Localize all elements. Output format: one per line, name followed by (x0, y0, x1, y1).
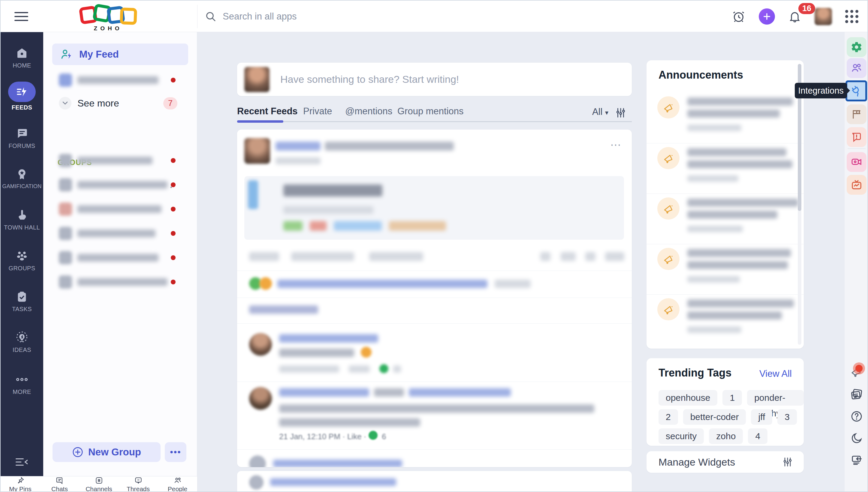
sidebar-item-ideas[interactable]: IDEAS (1, 330, 43, 353)
top-bar: ZOHO 16 (1, 1, 867, 32)
news-cards-icon (850, 388, 863, 401)
feeds-panel: My Feed See more 7 GROUPS . New Group ••… (43, 32, 197, 476)
tag-pill[interactable]: better-coder (683, 409, 746, 425)
notification-count-badge: 16 (797, 2, 816, 15)
tag-pill[interactable]: openhouse (658, 390, 717, 405)
group-item-blurred[interactable] (52, 224, 188, 243)
sidebar-item-gamification[interactable]: GAMIFICATION (1, 167, 43, 190)
tag-pill[interactable]: 4 (748, 428, 768, 444)
feed-filter-sliders-icon[interactable] (615, 107, 626, 119)
megaphone-icon (657, 197, 679, 220)
announcement-item-blurred[interactable] (647, 194, 804, 244)
primary-sidebar: HOME FEEDS FORUMS GAMIFICATION TOWN HALL (1, 32, 43, 476)
sidebar-item-more[interactable]: MORE (1, 373, 43, 395)
tab-recent-feeds[interactable]: Recent Feeds (237, 106, 298, 117)
sidebar-item-groups[interactable]: GROUPS (1, 249, 43, 272)
rail-broadcast-button[interactable] (847, 175, 867, 195)
feed-scope-dropdown[interactable]: All ▾ (592, 106, 608, 117)
dock-item-chats[interactable]: Chats (40, 476, 79, 492)
announcement-item-blurred[interactable] (647, 143, 804, 194)
zoho-logo: ZOHO (78, 4, 138, 32)
my-feed-item[interactable]: My Feed (52, 44, 188, 65)
search-input[interactable] (222, 11, 432, 22)
rail-help-button[interactable] (847, 407, 867, 426)
sidebar-item-townhall[interactable]: TOWN HALL (1, 208, 43, 231)
tag-pill[interactable]: 3 (777, 409, 797, 425)
unread-dot (171, 207, 175, 212)
caret-down-icon: ▾ (605, 109, 608, 116)
new-group-button[interactable]: New Group (52, 442, 161, 462)
tag-pill[interactable]: jff (751, 409, 772, 425)
tab-group-mentions[interactable]: Group mentions (397, 106, 464, 117)
tag-pill[interactable]: 1 (722, 390, 742, 405)
announcements-scrollbar (798, 64, 801, 345)
tag-pill[interactable]: zoho (709, 428, 743, 444)
rail-flag-button[interactable] (847, 104, 867, 124)
rail-dark-mode-button[interactable] (847, 428, 867, 448)
manage-widgets-button[interactable]: Manage Widgets (647, 451, 804, 473)
logout-icon (850, 453, 863, 466)
users-icon (850, 62, 863, 74)
chevron-down-icon (59, 97, 71, 109)
tab-mentions[interactable]: @mentions (345, 106, 392, 117)
announcement-item-blurred[interactable] (647, 294, 804, 345)
group-item-blurred[interactable] (52, 272, 188, 292)
tab-private[interactable]: Private (303, 106, 332, 117)
tab-track (237, 121, 632, 122)
announcements-title: Announcements (658, 69, 743, 81)
rail-news-button[interactable] (847, 385, 867, 404)
alarm-clock-icon[interactable] (732, 9, 746, 23)
tag-pill[interactable]: security (658, 428, 704, 444)
dock-item-channels[interactable]: Channels (79, 476, 119, 492)
tag-pill[interactable]: ponder-worthy (747, 390, 804, 405)
unread-dot (171, 231, 175, 236)
comment-meta[interactable]: 21 Jan, 12:10 PM · Like · (279, 432, 366, 441)
rail-people-button[interactable] (847, 58, 867, 78)
hamburger-menu-icon[interactable] (15, 12, 28, 23)
announcement-item-blurred[interactable] (647, 93, 804, 143)
group-item-blurred[interactable] (52, 151, 188, 170)
rail-whats-new-button[interactable] (847, 362, 867, 381)
notifications-bell-icon[interactable]: 16 (788, 9, 801, 23)
collapse-sidebar-icon[interactable] (15, 458, 29, 467)
sidebar-item-forums[interactable]: FORUMS (1, 127, 43, 149)
tag-pill[interactable]: 2 (658, 409, 678, 425)
rail-logout-button[interactable] (847, 450, 867, 469)
user-avatar[interactable] (815, 8, 832, 25)
trending-tags-widget: Trending Tags View All openhouse 1 ponde… (647, 358, 804, 446)
rail-meeting-button[interactable] (847, 152, 867, 172)
post-author-avatar (244, 138, 270, 164)
apps-rail (845, 32, 868, 492)
feed-shortcut-item-blurred[interactable] (52, 71, 188, 90)
group-item-blurred[interactable] (52, 199, 188, 219)
view-more-comments-link-blurred[interactable] (249, 305, 318, 314)
groups-icon (1, 249, 43, 263)
integrations-tooltip: Integrations (795, 83, 847, 98)
group-item-blurred[interactable] (52, 248, 188, 267)
post-attachment-preview[interactable] (244, 176, 624, 240)
tasks-icon (1, 290, 43, 303)
post-menu-icon[interactable]: ⋯ (610, 139, 621, 151)
rail-settings-button[interactable] (847, 37, 867, 57)
apps-grid-icon[interactable] (845, 10, 859, 23)
like-reaction-icon (368, 431, 378, 440)
composer-placeholder: Have something to share? Start writing! (280, 74, 459, 85)
create-plus-button[interactable] (759, 8, 775, 25)
see-more-item[interactable]: See more 7 (52, 94, 188, 113)
sidebar-item-tasks[interactable]: TASKS (1, 290, 43, 313)
dock-item-my-pins[interactable]: My Pins (1, 476, 40, 492)
dock-item-people[interactable]: People (158, 476, 197, 492)
announcement-item-blurred[interactable] (647, 244, 804, 294)
more-dots-icon (1, 373, 43, 386)
sidebar-item-feeds[interactable]: FEEDS (1, 81, 43, 111)
group-item-blurred[interactable]: . (52, 175, 188, 194)
groups-more-button[interactable]: ••• (165, 442, 186, 462)
forums-icon (1, 127, 43, 140)
megaphone-icon (657, 298, 679, 320)
view-all-link[interactable]: View All (760, 368, 792, 379)
dock-item-threads[interactable]: Threads (119, 476, 158, 492)
post-composer[interactable]: Have something to share? Start writing! (237, 63, 632, 96)
plus-circle-icon (72, 446, 83, 458)
rail-feedback-button[interactable] (847, 127, 867, 147)
sidebar-item-home[interactable]: HOME (1, 46, 43, 69)
